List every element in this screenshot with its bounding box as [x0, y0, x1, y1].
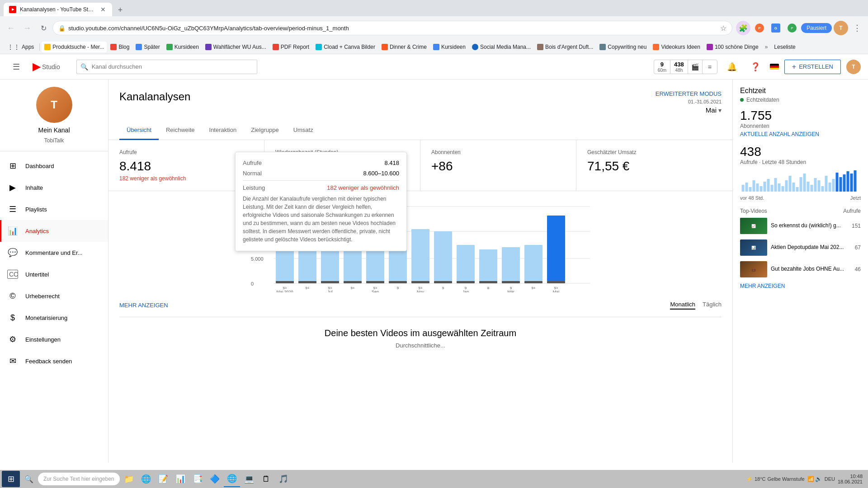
bookmark-social[interactable]: Social Media Mana... — [469, 42, 533, 52]
taskbar-start-btn[interactable]: ⊞ — [2, 471, 20, 487]
sidebar-item-monetarisierung[interactable]: $ Monetarisierung — [0, 307, 108, 328]
sidebar-item-untertitel[interactable]: CC Untertitel — [0, 263, 108, 285]
ext2[interactable]: G — [769, 21, 783, 35]
active-tab[interactable]: ▶ Kanalanalysen - YouTube Studio ✕ — [4, 3, 112, 16]
tab-close-icon[interactable]: ✕ — [99, 6, 107, 13]
taskbar-icon-dev[interactable]: 💻 — [241, 471, 257, 487]
bookmark-leseliste[interactable]: Leseliste — [771, 42, 798, 52]
sidebar-item-label: Feedback senden — [25, 358, 72, 365]
taskbar-icon-misc1[interactable]: 🗒 — [258, 471, 274, 487]
sidebar-item-inhalte[interactable]: ▶ Inhalte — [0, 177, 108, 198]
menu-btn[interactable]: ⋮ — [850, 21, 864, 35]
hamburger-btn[interactable]: ☰ — [7, 58, 25, 76]
taskbar-icon-excel[interactable]: 📊 — [172, 471, 189, 487]
search-box[interactable]: 🔍 — [76, 60, 257, 74]
stats-row: Aufrufe 8.418 182 weniger als gewöhnlich… — [108, 140, 732, 191]
bookmark-cload[interactable]: Cload + Canva Bilder — [313, 42, 378, 52]
sidebar-item-feedback[interactable]: ✉ Feedback senden — [0, 350, 108, 372]
taskbar-icon-word[interactable]: 📝 — [155, 471, 171, 487]
advanced-mode-btn[interactable]: ERWEITERTER MODUS — [656, 90, 722, 97]
back-btn[interactable]: ← — [4, 21, 18, 35]
aktuelle-btn[interactable]: AKTUELLE ANZAHL ANZEIGEN — [740, 131, 861, 137]
svg-rect-81 — [840, 177, 842, 192]
taskbar-icon-edge[interactable]: 🔷 — [207, 471, 223, 487]
taskbar-icon-explorer[interactable]: 📁 — [121, 471, 137, 487]
yt-studio-logo[interactable]: ▶ Studio — [33, 61, 60, 73]
mehr-anzeigen-btn[interactable]: MEHR ANZEIGEN — [119, 302, 168, 309]
tab-favicon: ▶ — [9, 6, 16, 13]
extensions-btn[interactable]: 🧩 — [736, 21, 750, 35]
bookmark-dinner[interactable]: Dinner & Crime — [379, 42, 429, 52]
sidebar-item-label: Kommentare und Er... — [25, 249, 82, 256]
svg-text:8: 8 — [487, 286, 490, 290]
bookmark-100[interactable]: 100 schöne Dinge — [704, 42, 761, 52]
svg-rect-69 — [796, 187, 799, 192]
chart-area: 15.000 10.000 5.000 0 9+ Mai 2020 — [108, 195, 732, 317]
svg-rect-40 — [479, 249, 497, 281]
tooltip-aufrufe-label: Aufrufe — [243, 160, 262, 166]
bookmark-kursideen2[interactable]: Kursideen — [430, 42, 468, 52]
refresh-btn[interactable]: ↻ — [36, 21, 51, 35]
tab-zielgruppe[interactable]: Zielgruppe — [244, 121, 286, 140]
ext1[interactable]: P — [752, 21, 767, 35]
top-video-title-1: So erkennst du (wirklich!) g... — [771, 222, 848, 230]
month-selector[interactable]: Mai ▾ — [706, 106, 722, 114]
taskbar-icon-spotify[interactable]: 🎵 — [275, 471, 292, 487]
sidebar-item-einstellungen[interactable]: ⚙ Einstellungen — [0, 328, 108, 350]
svg-rect-33 — [434, 231, 452, 281]
mehr-anzeigen-panel-btn[interactable]: MEHR ANZEIGEN — [740, 283, 861, 289]
sidebar-item-dashboard[interactable]: ⊞ Dashboard — [0, 155, 108, 177]
bookmark-bois[interactable]: Bois d'Argent Duft... — [534, 42, 596, 52]
taskbar-icon-chrome[interactable]: 🌐 — [138, 471, 154, 487]
help-btn[interactable]: ❓ — [746, 58, 764, 76]
address-bar[interactable]: 🔒 studio.youtube.com/channel/UC6N5u-OiGz… — [52, 21, 732, 35]
taskbar-icon-chrome2[interactable]: 🌐 — [224, 471, 240, 487]
tab-reichweite[interactable]: Reichweite — [159, 121, 202, 140]
sidebar-nav: ⊞ Dashboard ▶ Inhalte ☰ Playlists 📊 Anal… — [0, 151, 108, 375]
app-header: ☰ ▶ Studio 🔍 9 60m 438 48h 🎬 ≡ — [0, 54, 868, 80]
top-video-item-1[interactable]: 📈 So erkennst du (wirklich!) g... 151 — [740, 218, 861, 234]
bookmark-apps[interactable]: ⋮⋮ Apps — [4, 42, 38, 52]
weather-label: Gelbe Warnstufe — [768, 476, 805, 482]
upload-icon-list[interactable]: ≡ — [703, 60, 717, 74]
playlists-icon: ☰ — [7, 204, 18, 214]
sidebar-item-kommentare[interactable]: 💬 Kommentare und Er... — [0, 242, 108, 263]
taskbar-search-btn[interactable]: 🔍 — [21, 471, 37, 487]
forward-btn[interactable]: → — [20, 21, 34, 35]
svg-rect-82 — [843, 174, 846, 192]
header-avatar[interactable]: T — [846, 60, 861, 74]
tab-uebersicht[interactable]: Übersicht — [119, 121, 159, 140]
bookmark-kursideen[interactable]: Kursideen — [164, 42, 202, 52]
bookmark-spaeter[interactable]: Später — [133, 42, 162, 52]
create-btn[interactable]: + ERSTELLEN — [784, 60, 841, 74]
profile-btn[interactable]: T — [834, 21, 848, 35]
top-video-item-3[interactable]: 💼 Gut bezahlte Jobs OHNE Au... 46 — [740, 261, 861, 277]
upload-icon-video[interactable]: 🎬 — [688, 60, 703, 74]
sidebar-item-playlists[interactable]: ☰ Playlists — [0, 198, 108, 220]
pause-btn[interactable]: Pausiert — [801, 23, 832, 33]
bookmark-blog[interactable]: Blog — [108, 42, 132, 52]
tab-umsatz[interactable]: Umsatz — [286, 121, 321, 140]
bookmarks-more-btn[interactable]: » — [762, 42, 771, 52]
bookmark-star-icon[interactable]: ☆ — [720, 24, 726, 33]
notifications-btn[interactable]: 🔔 — [723, 58, 741, 76]
taskbar-icon-ppt[interactable]: 📑 — [189, 471, 206, 487]
sidebar-item-analytics[interactable]: 📊 Analytics — [0, 220, 108, 242]
toggle-daily[interactable]: Täglich — [703, 301, 722, 310]
search-input[interactable] — [92, 63, 253, 70]
bookmark-wahlf[interactable]: Wahlfächer WU Aus... — [203, 42, 269, 52]
toggle-monthly[interactable]: Monatlich — [670, 301, 695, 310]
sidebar-item-urheberrecht[interactable]: © Urheberrecht — [0, 285, 108, 307]
bookmark-produktsuche[interactable]: Produktsuche - Mer... — [42, 42, 107, 52]
avatar[interactable]: T — [36, 87, 72, 123]
sparkline-area — [740, 169, 861, 192]
ext3[interactable]: P — [785, 21, 799, 35]
taskbar-clock: 10:48 — [838, 474, 863, 479]
new-tab-btn[interactable]: + — [114, 4, 127, 16]
tab-interaktion[interactable]: Interaktion — [202, 121, 244, 140]
bookmark-copy[interactable]: Copywriting neu — [597, 42, 649, 52]
bookmark-video[interactable]: Videokurs Ideen — [650, 42, 703, 52]
bookmark-pdf[interactable]: PDF Report — [270, 42, 312, 52]
taskbar-search-box[interactable]: Zur Suche Text hier eingeben — [38, 473, 120, 485]
top-video-item-2[interactable]: 📊 Aktien Depotupdate Mai 202... 67 — [740, 239, 861, 256]
